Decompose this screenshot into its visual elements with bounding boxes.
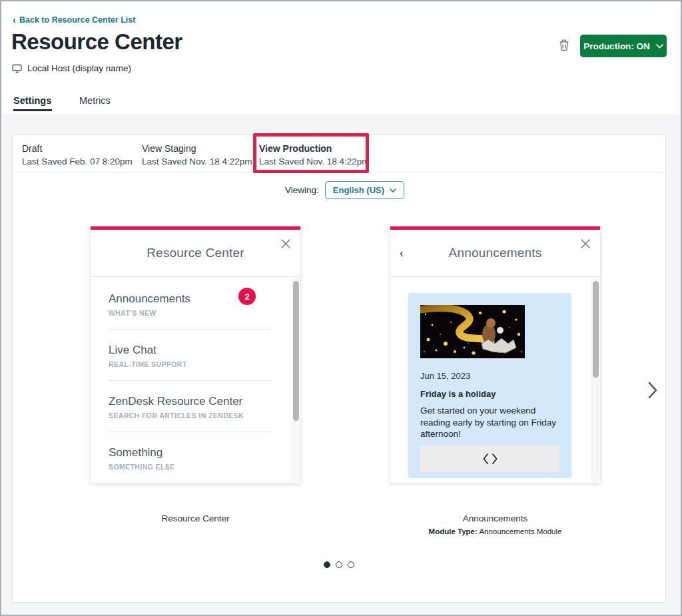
module-type-label: Module Type: [429, 527, 478, 535]
version-label: View Production [259, 143, 370, 154]
settings-section: Draft Last Saved Feb. 07 8:20pm View Sta… [1, 114, 681, 615]
module-type-line: Module Type: Announcements Module [390, 527, 600, 535]
back-to-list-link[interactable]: ‹ Back to Resource Center List [13, 15, 135, 25]
chevron-down-icon [656, 44, 663, 49]
version-label: View Staging [142, 143, 252, 154]
version-saved: Last Saved Nov. 18 4:22pm [142, 156, 252, 166]
version-view-production[interactable]: View Production Last Saved Nov. 18 4:22p… [259, 143, 370, 166]
back-link-label: Back to Resource Center List [19, 15, 135, 25]
chevron-down-icon [390, 188, 396, 192]
list-item-subtitle: WHAT'S NEW [109, 309, 270, 317]
carousel-pagination [13, 561, 665, 568]
pagination-dot-1[interactable] [324, 561, 330, 568]
announcement-body: Get started on your weekend reading earl… [420, 405, 560, 440]
module-type-value: Announcements Module [479, 527, 561, 535]
version-label: Draft [22, 143, 133, 154]
unread-count-badge: 2 [238, 288, 256, 305]
list-item-announcements[interactable]: Announcements WHAT'S NEW 2 [109, 278, 270, 330]
production-toggle-button[interactable]: Production: ON [580, 35, 667, 57]
versions-row: Draft Last Saved Feb. 07 8:20pm View Sta… [13, 135, 665, 172]
language-selector[interactable]: English (US) [325, 181, 404, 199]
version-draft[interactable]: Draft Last Saved Feb. 07 8:20pm [22, 143, 133, 166]
card-body: Jun 15, 2023 Friday is a holiday Get sta… [390, 277, 600, 483]
viewing-row: Viewing: English (US) [285, 181, 404, 199]
card-title: Resource Center [147, 246, 244, 260]
card-header: Resource Center [91, 230, 300, 277]
scrollbar-track[interactable] [591, 278, 599, 481]
host-label: Local Host (display name) [27, 63, 131, 73]
scrollbar-track[interactable] [292, 278, 300, 481]
scrollbar-thumb[interactable] [293, 281, 299, 421]
chevron-left-icon: ‹ [400, 246, 404, 260]
delete-button[interactable] [557, 38, 571, 53]
back-chevron-icon: ‹ [13, 15, 16, 25]
resource-center-page: ‹ Back to Resource Center List Resource … [0, 0, 682, 616]
pagination-dot-3[interactable] [348, 561, 354, 568]
module-list: Announcements WHAT'S NEW 2 Live Chat REA… [91, 277, 300, 483]
list-item-subtitle: SOMETHING ELSE [109, 463, 270, 471]
close-icon [580, 238, 591, 249]
viewing-label: Viewing: [285, 185, 319, 195]
card-caption-resource-center: Resource Center [91, 513, 300, 523]
version-saved: Last Saved Nov. 18 4:22pm [259, 156, 370, 166]
close-icon [280, 238, 291, 249]
announcements-preview-card: ‹ Announcements [390, 226, 600, 483]
list-item-title: Something [109, 446, 270, 460]
list-item-title: ZenDesk Resource Center [109, 395, 270, 408]
card-header: ‹ Announcements [390, 230, 600, 277]
announcement-date: Jun 15, 2023 [420, 371, 559, 381]
version-view-staging[interactable]: View Staging Last Saved Nov. 18 4:22pm [142, 143, 252, 166]
production-toggle-label: Production: ON [583, 41, 650, 51]
back-button[interactable]: ‹ [397, 246, 406, 260]
list-item-zendesk[interactable]: ZenDesk Resource Center SEARCH FOR ARTIC… [109, 381, 270, 432]
list-item-subtitle: REAL-TIME SUPPORT [109, 360, 270, 368]
list-item-something[interactable]: Something SOMETHING ELSE [109, 432, 270, 483]
carousel-next-button[interactable] [645, 380, 660, 400]
settings-panel: Draft Last Saved Feb. 07 8:20pm View Sta… [12, 135, 666, 603]
list-item-subtitle: SEARCH FOR ARTICLES IN ZENDESK [109, 412, 270, 420]
close-button[interactable] [278, 236, 293, 251]
card-caption-announcements: Announcements [390, 513, 600, 523]
monitor-icon [12, 64, 22, 73]
tab-settings[interactable]: Settings [13, 95, 51, 106]
list-item-live-chat[interactable]: Live Chat REAL-TIME SUPPORT [109, 330, 270, 381]
tab-metrics[interactable]: Metrics [79, 95, 111, 106]
language-value: English (US) [333, 185, 384, 195]
card-title: Announcements [449, 246, 542, 260]
page-title: Resource Center [11, 29, 182, 55]
pagination-dot-2[interactable] [336, 561, 342, 568]
announcement-embed-block [420, 446, 559, 472]
scrollbar-thumb[interactable] [593, 281, 599, 378]
tab-bar: Settings Metrics [1, 95, 681, 114]
close-button[interactable] [578, 236, 593, 251]
chevron-right-icon [647, 382, 659, 399]
announcement-headline: Friday is a holiday [420, 389, 559, 399]
code-icon [483, 454, 498, 464]
host-row: Local Host (display name) [12, 63, 131, 73]
announcement-item[interactable]: Jun 15, 2023 Friday is a holiday Get sta… [408, 293, 571, 478]
version-saved: Last Saved Feb. 07 8:20pm [22, 156, 133, 166]
announcement-image [420, 305, 559, 358]
trash-icon [559, 39, 569, 51]
card-body: Announcements WHAT'S NEW 2 Live Chat REA… [91, 277, 300, 483]
resource-center-preview-card: Resource Center Announcements WHAT' [91, 226, 300, 483]
list-item-title: Live Chat [109, 344, 270, 357]
